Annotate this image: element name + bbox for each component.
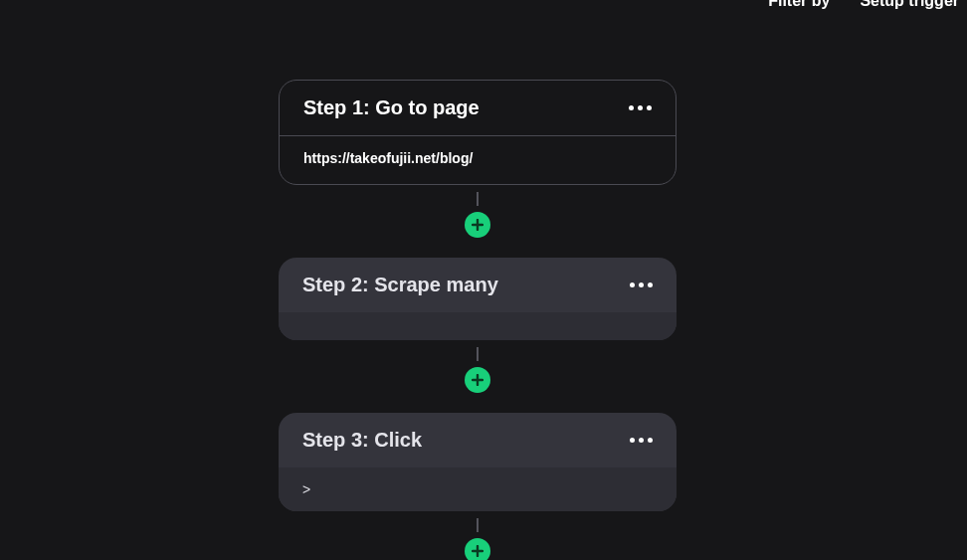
more-icon[interactable] xyxy=(630,438,653,443)
connector xyxy=(465,343,490,395)
plus-icon xyxy=(472,545,484,557)
step-card-2[interactable]: Step 2: Scrape many xyxy=(279,258,677,340)
add-step-button[interactable] xyxy=(465,538,490,560)
step-body xyxy=(279,312,677,340)
step-body-selector: > xyxy=(279,467,677,511)
connector-line xyxy=(477,347,479,361)
step-title: Step 1: Go to page xyxy=(303,96,480,119)
plus-icon xyxy=(472,374,484,386)
filter-by-label: Filter by xyxy=(768,0,830,10)
connector xyxy=(465,188,490,240)
workflow-canvas: Step 1: Go to page https://takeofujii.ne… xyxy=(279,80,677,560)
add-step-button[interactable] xyxy=(465,367,490,393)
step-body-url: https://takeofujii.net/blog/ xyxy=(280,136,676,184)
connector-line xyxy=(477,192,479,206)
filter-by-button[interactable]: Filter by xyxy=(768,0,830,10)
step-title: Step 3: Click xyxy=(302,429,422,452)
add-step-button[interactable] xyxy=(465,212,490,238)
top-toolbar: Filter by Setup trigger xyxy=(760,0,967,10)
step-header: Step 1: Go to page xyxy=(280,81,676,136)
step-header: Step 2: Scrape many xyxy=(279,258,677,312)
connector xyxy=(465,514,490,560)
step-title: Step 2: Scrape many xyxy=(302,274,498,296)
more-icon[interactable] xyxy=(630,282,653,287)
connector-line xyxy=(477,518,479,532)
plus-icon xyxy=(472,219,484,231)
more-icon[interactable] xyxy=(629,105,652,110)
step-card-1[interactable]: Step 1: Go to page https://takeofujii.ne… xyxy=(279,80,677,185)
setup-trigger-label: Setup trigger xyxy=(860,0,959,10)
step-header: Step 3: Click xyxy=(279,413,677,467)
step-card-3[interactable]: Step 3: Click > xyxy=(279,413,677,511)
setup-trigger-button[interactable]: Setup trigger xyxy=(860,0,959,10)
